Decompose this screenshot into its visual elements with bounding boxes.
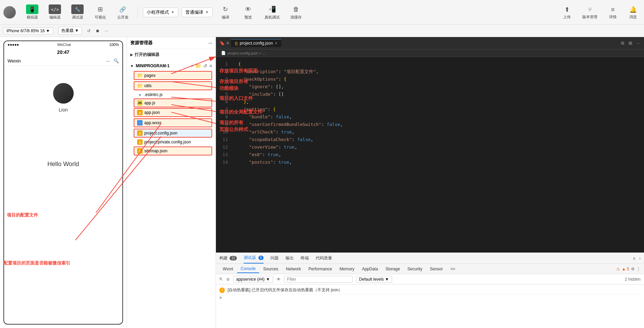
default-levels-select[interactable]: Default levels ▼	[356, 276, 392, 283]
panel-tab-more[interactable]: >>	[447, 265, 459, 273]
hotreload-select[interactable]: 热重载 ▼	[58, 27, 82, 35]
toolbar-sep-1	[137, 5, 138, 19]
tab-projectconfig[interactable]: {} project.config.json ×	[231, 39, 282, 47]
panel-tab-appdata[interactable]: AppData	[359, 265, 381, 273]
compile-label: 编译	[222, 15, 229, 20]
right-panel: 🔖 ≡ {} project.config.json × ⧉ ⊞ ··· 📄 p…	[216, 37, 644, 328]
device-select[interactable]: iPhone 6/7/8 85% 16 ▼	[3, 27, 53, 34]
settings-icon[interactable]: ⚙	[631, 267, 635, 271]
file-appwxss[interactable]: ~ app.wxss	[134, 118, 212, 127]
upload-label: 上传	[563, 14, 571, 20]
panel-tab-console[interactable]: Console	[237, 265, 259, 273]
console-cursor-icon[interactable]: ⇱	[219, 277, 223, 282]
devtools-panel: 构建 32 调试器 5 问题 输出 终端 代码质量	[216, 253, 644, 328]
phone-dots-icon[interactable]: ···	[106, 58, 110, 63]
notify-button[interactable]: 🔔 消息	[625, 3, 641, 21]
detail-button[interactable]: ≡ 详情	[605, 3, 620, 21]
real-debug-button[interactable]: 📲 真机调试	[261, 3, 283, 21]
tab-debugger[interactable]: 调试器 5	[244, 253, 264, 263]
code-content[interactable]: { "description": "项目配置文件", "packOptions"…	[233, 57, 644, 253]
warning-count: ▲ 5	[622, 267, 629, 271]
log-line-1: ! [自动热重载] 已开启代码文件保存后自动热重载（不支持 json）	[219, 286, 641, 294]
file-projectconfig[interactable]: {} project.config.json	[134, 129, 212, 138]
panel-tab-storage[interactable]: Storage	[382, 265, 403, 273]
file-projectprivate[interactable]: {} project.private.config.json	[127, 138, 216, 146]
cloud-button[interactable]: 🔗 云开发	[113, 3, 132, 21]
compile-select[interactable]: 普通编译 ▼	[182, 8, 212, 17]
file-sitemap[interactable]: {} sitemap.json	[134, 147, 212, 155]
tab-code-quality-label: 代码质量	[316, 256, 332, 260]
folder-pages[interactable]: 📁 pages	[134, 71, 212, 80]
phone-signal: ●●●●●	[8, 43, 19, 47]
version-button[interactable]: ⑂ 版本管理	[580, 3, 600, 21]
clear-button[interactable]: 🗑 清缓存	[287, 3, 306, 21]
tab-output[interactable]: 输出	[285, 253, 294, 263]
project-section: ▼ MINIPROGRAM-1 + 📁 ↺ ≡ 📁 pages 存放项目所有页面	[127, 60, 216, 157]
tab-output-label: 输出	[285, 256, 294, 260]
editor-button[interactable]: </> 编辑器	[45, 3, 64, 21]
context-select[interactable]: appservice (#4) ▼	[233, 276, 273, 283]
compile-select-label: 普通编译	[185, 9, 203, 15]
json-icon-projectprivate: {}	[137, 139, 143, 145]
tab-build[interactable]: 构建 32	[219, 253, 237, 263]
preview-button[interactable]: 👁 预览	[239, 3, 258, 21]
file-appjson[interactable]: {} app.json	[134, 108, 212, 117]
file-eslintrc[interactable]: ● .eslintrc.js	[127, 91, 216, 98]
code-line-7: "setting": {	[238, 106, 639, 113]
file-panel-more-icon[interactable]: ···	[208, 40, 212, 46]
console-block-icon[interactable]: ⊘	[226, 277, 230, 282]
more-icon[interactable]: ⋮	[636, 267, 641, 271]
phone-search-icon[interactable]: 🔍	[113, 58, 119, 63]
tab-close-icon[interactable]: ×	[275, 41, 277, 46]
upload-button[interactable]: ⬆ 上传	[559, 3, 574, 21]
stop-btn[interactable]: ⏺	[96, 28, 100, 33]
simulator-button[interactable]: 📱 模拟器	[23, 3, 42, 21]
tab-json-icon: {}	[235, 42, 238, 45]
phone-panel: ●●●●● WeChat 100% 20:47 Weixin ··· 🔍 Lio…	[0, 37, 127, 328]
editor-split-icon[interactable]: ⧉	[621, 40, 624, 46]
mode-select[interactable]: 小程序模式 ▼	[143, 8, 178, 17]
warning-icon: ⚠	[616, 267, 620, 271]
refresh-tree-btn[interactable]: ↺	[203, 63, 207, 69]
debugger-badge: 5	[258, 256, 264, 260]
panel-tab-performance[interactable]: Performance	[305, 265, 336, 273]
code-line-4: "ignore": [],	[238, 83, 639, 91]
tab-code-quality[interactable]: 代码质量	[316, 253, 332, 263]
more-btn[interactable]: ···	[105, 28, 108, 33]
visualize-button[interactable]: ⊞ 可视化	[90, 3, 110, 21]
tab-issues[interactable]: 问题	[270, 253, 279, 263]
file-tree: ▶ 打开的编辑器 ▼ MINIPROGRAM-1 + 📁 ↺ ≡ 📁	[127, 49, 216, 328]
devtools-expand-icon[interactable]: ∧	[633, 256, 636, 261]
filter-input[interactable]	[284, 276, 353, 283]
devtools-close-icon[interactable]: ›	[639, 256, 641, 261]
panel-tab-network[interactable]: Network	[282, 265, 304, 273]
editor-layout-icon[interactable]: ⊞	[629, 40, 632, 46]
panel-tab-wxml[interactable]: Wxml	[219, 265, 236, 273]
panel-tab-memory[interactable]: Memory	[336, 265, 358, 273]
file-appjs[interactable]: JS app.js	[134, 98, 212, 107]
panel-tab-security[interactable]: Security	[404, 265, 426, 273]
tab-terminal[interactable]: 终端	[301, 253, 309, 263]
devtools-top-controls: ∧ ›	[633, 256, 641, 261]
folder-utils[interactable]: 📁 utils	[134, 81, 212, 90]
project-toolbar: ▼ MINIPROGRAM-1 + 📁 ↺ ≡	[127, 62, 216, 70]
refresh-btn[interactable]: ↺	[87, 28, 90, 33]
open-editors-header[interactable]: ▶ 打开的编辑器	[127, 50, 216, 59]
add-file-btn[interactable]: +	[191, 63, 193, 69]
collapse-btn[interactable]: ≡	[209, 63, 212, 69]
editor-more-icon[interactable]: ···	[637, 40, 641, 46]
phone-status-bar: ●●●●● WeChat 100%	[4, 41, 122, 48]
add-folder-btn[interactable]: 📁	[195, 63, 201, 69]
debugger-button[interactable]: 🔧 调试器	[68, 3, 87, 21]
file-appjson-label: app.json	[144, 110, 160, 115]
panel-tab-sources[interactable]: Sources	[260, 265, 282, 273]
simulator-label: 模拟器	[27, 15, 38, 20]
panel-tab-sensor[interactable]: Sensor	[426, 265, 446, 273]
tab-terminal-label: 终端	[301, 256, 309, 260]
editor-content[interactable]: 1 2 3 4 5 6 7 8 9 10 11 12 13 14 {	[216, 57, 644, 253]
log-warning-icon: !	[219, 288, 225, 293]
file-sitemap-label: sitemap.json	[144, 149, 167, 153]
file-panel: 资源管理器 ··· ▶ 打开的编辑器 ▼ MINIPROGRAM-1 + 📁 ↺	[127, 37, 216, 328]
eye-icon[interactable]: 👁	[277, 277, 281, 282]
compile-button[interactable]: ↻ 编译	[216, 3, 235, 21]
